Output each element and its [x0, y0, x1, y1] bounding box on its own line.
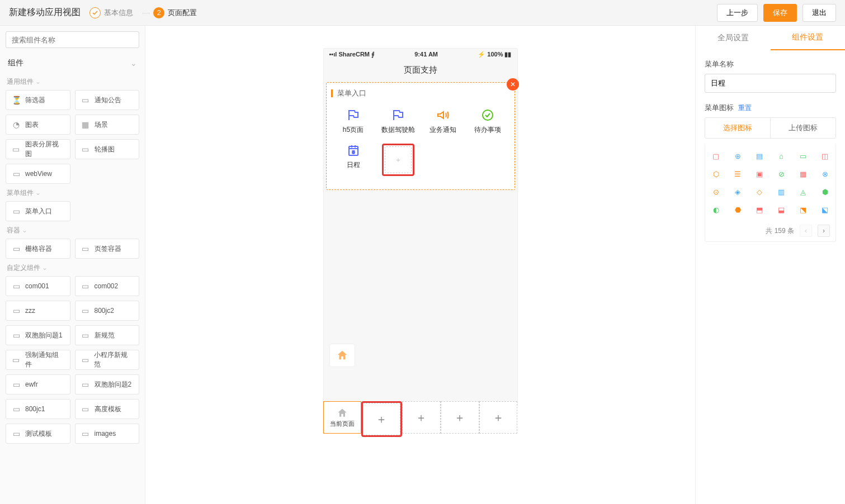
horn-icon — [436, 108, 450, 122]
palette-icon[interactable]: ⬢ — [820, 187, 830, 197]
menu-item[interactable]: 待办事项 — [465, 104, 510, 139]
component-icon: ▭ — [12, 306, 21, 315]
component-item[interactable]: ▭新规范 — [75, 325, 140, 345]
battery-label: ⚡ 100% ▮▮ — [478, 51, 511, 58]
palette-icon[interactable]: ⬣ — [733, 205, 743, 215]
tab-add-1[interactable]: ＋ — [363, 403, 400, 435]
component-item[interactable]: ▭com002 — [75, 276, 140, 296]
palette-icon[interactable]: ⬡ — [711, 169, 721, 179]
component-item[interactable]: ▭webView — [6, 164, 70, 184]
palette-icon[interactable]: ⬓ — [776, 205, 786, 215]
tab-select-icon[interactable]: 选择图标 — [705, 118, 771, 138]
step-separator: ···· — [142, 8, 150, 17]
component-item[interactable]: ▭栅格容器 — [6, 239, 70, 259]
palette-icon[interactable]: ⊘ — [776, 169, 786, 179]
component-icon: ⏳ — [12, 96, 21, 104]
menu-name-input[interactable] — [705, 74, 836, 93]
pager-next[interactable]: › — [818, 225, 830, 237]
component-icon: ▭ — [12, 244, 21, 253]
exit-button[interactable]: 退出 — [802, 4, 836, 22]
step-2: 2 页面配置 — [153, 7, 197, 18]
pager-prev[interactable]: ‹ — [800, 225, 812, 237]
palette-icon[interactable]: ⬒ — [754, 205, 764, 215]
component-item[interactable]: ▭双胞胎问题1 — [6, 325, 70, 345]
component-item[interactable]: ▭images — [75, 424, 140, 444]
plus-icon: ＋ — [454, 410, 465, 425]
component-item[interactable]: ▭页签容器 — [75, 239, 140, 259]
palette-icon[interactable]: ⊙ — [711, 187, 721, 197]
save-button[interactable]: 保存 — [763, 4, 797, 22]
palette-icon[interactable]: ▤ — [754, 151, 764, 161]
palette-icon[interactable]: ▦ — [798, 169, 808, 179]
check-icon — [89, 7, 101, 18]
component-item[interactable]: ▭测试模板 — [6, 424, 70, 444]
status-bar: ••ıl ShareCRM ⨎ 9:41 AM ⚡ 100% ▮▮ — [324, 49, 517, 60]
component-item[interactable]: ▭通知公告 — [75, 90, 140, 110]
palette-icon[interactable]: ▢ — [711, 151, 721, 161]
component-icon: ▭ — [12, 207, 21, 216]
group-label: 菜单组件 ⌄ — [6, 184, 139, 201]
phone-page-title: 页面支持 — [324, 60, 517, 80]
palette-icon[interactable]: ◈ — [733, 187, 743, 197]
group-label: 通用组件 ⌄ — [6, 73, 139, 90]
menu-add-slot[interactable]: ＋ — [376, 139, 421, 180]
menu-item[interactable]: 数据驾驶舱 — [376, 104, 421, 139]
palette-icon[interactable]: ◬ — [798, 187, 808, 197]
phone-preview: ••ıl ShareCRM ⨎ 9:41 AM ⚡ 100% ▮▮ 页面支持 ✕… — [323, 48, 518, 406]
tab-upload-icon[interactable]: 上传图标 — [771, 118, 835, 138]
component-item[interactable]: ⏳筛选器 — [6, 90, 70, 110]
accordion-components[interactable]: 组件 ⌄ — [6, 54, 139, 73]
component-item[interactable]: ▭强制通知组件 — [6, 350, 70, 370]
chevron-down-icon: ⌄ — [130, 59, 137, 68]
component-item[interactable]: ▭高度模板 — [75, 399, 140, 419]
component-item[interactable]: ▭小程序新规范 — [75, 350, 140, 370]
tab-current[interactable]: 当前页面 — [323, 401, 362, 434]
palette-icon[interactable]: ⌂ — [776, 151, 786, 161]
prev-button[interactable]: 上一步 — [717, 4, 758, 22]
palette-icon[interactable]: ☰ — [733, 169, 743, 179]
palette-icon[interactable]: ⬔ — [798, 205, 808, 215]
component-item[interactable]: ▦场景 — [75, 115, 140, 135]
reset-icon-link[interactable]: 重置 — [738, 104, 752, 112]
palette-icon[interactable]: ⊗ — [820, 169, 830, 179]
tab-add-4[interactable]: ＋ — [479, 401, 518, 434]
menu-item[interactable]: 业务通知 — [421, 104, 465, 139]
component-item[interactable]: ▭com001 — [6, 276, 70, 296]
component-item[interactable]: ▭800jc1 — [6, 399, 70, 419]
component-item[interactable]: ▭轮播图 — [75, 139, 140, 159]
menu-item[interactable]: h5页面 — [331, 104, 376, 139]
component-icon: ▭ — [81, 429, 90, 438]
component-icon: ▭ — [81, 306, 90, 315]
palette-icon[interactable]: ◫ — [820, 151, 830, 161]
menu-entry-card[interactable]: ✕ 菜单入口 h5页面数据驾驶舱业务通知待办事项5日程＋ — [326, 82, 515, 190]
component-item[interactable]: ▭图表分屏视图 — [6, 139, 70, 159]
palette-icon[interactable]: ▥ — [776, 187, 786, 197]
component-item[interactable]: ▭zzz — [6, 301, 70, 321]
palette-icon[interactable]: ⊕ — [733, 151, 743, 161]
component-item[interactable]: ▭双胞胎问题2 — [75, 374, 140, 394]
tab-global-settings[interactable]: 全局设置 — [696, 26, 771, 50]
component-item[interactable]: ◔图表 — [6, 115, 70, 135]
canvas: ••ıl ShareCRM ⨎ 9:41 AM ⚡ 100% ▮▮ 页面支持 ✕… — [145, 26, 695, 504]
tab-add-3[interactable]: ＋ — [441, 401, 479, 434]
palette-icon[interactable]: ▣ — [754, 169, 764, 179]
component-item[interactable]: ▭菜单入口 — [6, 201, 70, 221]
component-item[interactable]: ▭800jc2 — [75, 301, 140, 321]
menu-name-label: 菜单名称 — [705, 59, 836, 69]
tab-add-2[interactable]: ＋ — [402, 401, 441, 434]
group-label: 容器 ⌄ — [6, 221, 139, 239]
search-input[interactable] — [6, 31, 139, 48]
plus-icon: ＋ — [493, 410, 504, 425]
delete-component-button[interactable]: ✕ — [507, 78, 519, 91]
palette-icon[interactable]: ▭ — [798, 151, 808, 161]
component-icon: ◔ — [12, 120, 21, 129]
menu-card-title: 菜单入口 — [331, 88, 510, 98]
tab-component-settings[interactable]: 组件设置 — [771, 26, 846, 50]
palette-icon[interactable]: ◐ — [711, 205, 721, 215]
menu-item[interactable]: 5日程 — [331, 139, 376, 180]
plus-icon: ＋ — [385, 146, 412, 173]
component-icon: ▭ — [12, 405, 21, 413]
palette-icon[interactable]: ◇ — [754, 187, 764, 197]
component-item[interactable]: ▭ewfr — [6, 374, 70, 394]
palette-icon[interactable]: ⬕ — [820, 205, 830, 215]
